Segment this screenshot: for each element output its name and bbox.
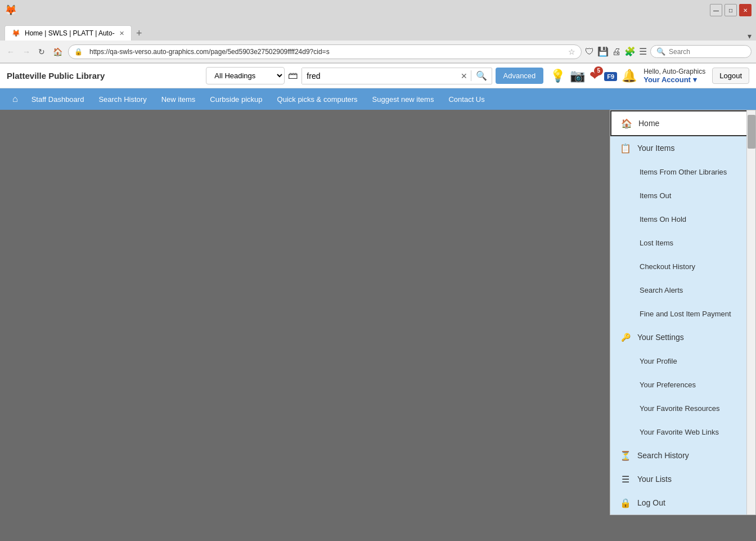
menu-item-your-settings[interactable]: 🔑 Your Settings	[610, 325, 755, 349]
browser-search-input[interactable]	[669, 48, 736, 56]
menu-item-items-on-hold[interactable]: Items On Hold	[610, 207, 755, 231]
menu-item-your-profile[interactable]: Your Profile	[610, 349, 755, 373]
menu-your-profile-label: Your Profile	[640, 357, 677, 365]
menu-item-checkout-history[interactable]: Checkout History	[610, 254, 755, 278]
heading-select[interactable]: All Headings	[206, 67, 285, 84]
firefox-icon: 🦊	[4, 4, 17, 16]
menu-home-label: Home	[638, 119, 659, 128]
save-icon[interactable]: 💾	[597, 46, 609, 57]
heart-badge: 5	[594, 66, 603, 75]
lightbulb-icon[interactable]: 💡	[550, 69, 565, 83]
print-icon[interactable]: 🖨	[612, 47, 621, 57]
maximize-button[interactable]: □	[724, 4, 737, 16]
search-addr-icon: 🔍	[656, 47, 665, 56]
spacer-icon-6	[622, 284, 634, 296]
menu-item-search-history[interactable]: ⏳ Search History	[610, 444, 755, 467]
tab-title: Home | SWLS | PLATT | Auto-G...	[25, 29, 115, 37]
menu-your-settings-label: Your Settings	[637, 333, 684, 342]
menu-lost-items-label: Lost Items	[640, 239, 673, 247]
nav-search-history[interactable]: Search History	[92, 91, 153, 108]
spacer-icon-11	[622, 426, 634, 438]
account-section[interactable]: Hello, Auto-Graphics Your Account ▾	[644, 68, 705, 84]
menu-your-favorite-web-links-label: Your Favorite Web Links	[640, 428, 719, 436]
wishlist-icon-wrapper[interactable]: ❤ 5	[590, 69, 600, 83]
menu-item-your-items[interactable]: 📋 Your Items	[610, 136, 755, 160]
advanced-search-button[interactable]: Advanced	[496, 68, 544, 84]
clear-search-button[interactable]: ✕	[457, 71, 471, 81]
new-tab-button[interactable]: +	[132, 26, 147, 41]
lock-menu-icon: 🔒	[619, 497, 632, 509]
menu-log-out-label: Log Out	[637, 498, 665, 507]
close-button[interactable]: ✕	[739, 4, 752, 16]
nav-staff-dashboard[interactable]: Staff Dashboard	[25, 91, 91, 108]
menu-item-your-preferences[interactable]: Your Preferences	[610, 373, 755, 396]
menu-items-out-label: Items Out	[640, 191, 671, 200]
home-menu-icon: 🏠	[620, 117, 633, 129]
refresh-button[interactable]: ↻	[36, 46, 47, 57]
scrollbar-thumb[interactable]	[748, 115, 755, 149]
nav-suggest-items[interactable]: Suggest new items	[366, 91, 441, 108]
menu-your-lists-label: Your Lists	[637, 475, 672, 484]
spacer-icon-7	[622, 307, 634, 320]
menu-checkout-history-label: Checkout History	[640, 262, 695, 271]
menu-icon[interactable]: ☰	[639, 46, 647, 57]
nav-new-items[interactable]: New items	[155, 91, 202, 108]
tab-close-icon[interactable]: ✕	[119, 30, 124, 37]
spacer-icon-1	[622, 166, 634, 178]
menu-item-fine-payment[interactable]: Fine and Lost Item Payment	[610, 302, 755, 325]
menu-item-log-out[interactable]: 🔒 Log Out	[610, 491, 755, 515]
f9-badge: F9	[604, 72, 617, 81]
menu-item-items-out[interactable]: Items Out	[610, 184, 755, 207]
home-nav-button[interactable]: 🏠	[51, 46, 65, 57]
nav-contact-us[interactable]: Contact Us	[442, 91, 491, 108]
tab-favicon: 🦊	[12, 29, 20, 37]
account-greeting: Hello, Auto-Graphics	[644, 68, 705, 75]
tab-dropdown-icon[interactable]: ▾	[748, 32, 752, 41]
camera-icon: 📷	[570, 69, 585, 83]
f9-badge-wrapper[interactable]: F9	[604, 71, 617, 81]
lock-icon: 🔒	[74, 48, 83, 56]
menu-search-alerts-label: Search Alerts	[640, 286, 683, 294]
spacer-icon-8	[622, 355, 634, 367]
menu-item-home[interactable]: 🏠 Home	[610, 110, 755, 136]
shield-icon[interactable]: 🛡	[585, 47, 594, 57]
logout-button[interactable]: Logout	[712, 68, 749, 84]
nav-quick-picks[interactable]: Quick picks & computers	[271, 91, 364, 108]
spacer-icon-3	[622, 213, 634, 225]
address-url[interactable]: https://qa-swls-verso.auto-graphics.com/…	[86, 48, 565, 56]
spacer-icon-9	[622, 378, 634, 391]
your-items-icon: 📋	[619, 142, 632, 154]
library-name: Platteville Public Library	[7, 71, 105, 81]
menu-item-your-lists[interactable]: ☰ Your Lists	[610, 467, 755, 491]
bookmark-icon[interactable]: ☆	[568, 47, 575, 56]
menu-item-your-favorite-web-links[interactable]: Your Favorite Web Links	[610, 420, 755, 444]
menu-item-items-from-other[interactable]: Items From Other Libraries	[610, 160, 755, 184]
search-input[interactable]	[302, 68, 457, 84]
search-button[interactable]: 🔍	[471, 70, 492, 81]
menu-items-from-other-label: Items From Other Libraries	[640, 168, 727, 176]
menu-your-preferences-label: Your Preferences	[640, 381, 696, 389]
database-icon[interactable]: 🗃	[288, 70, 298, 82]
scrollbar-track[interactable]	[746, 110, 755, 515]
spacer-icon-2	[622, 189, 634, 202]
bell-icon[interactable]: 🔔	[622, 69, 637, 83]
browser-tab[interactable]: 🦊 Home | SWLS | PLATT | Auto-G... ✕	[4, 25, 132, 41]
menu-item-search-alerts[interactable]: Search Alerts	[610, 278, 755, 302]
extensions-icon[interactable]: 🧩	[624, 46, 636, 57]
forward-button[interactable]: →	[20, 46, 33, 57]
account-dropdown-menu: 🏠 Home 📋 Your Items Items From Other Lib…	[610, 110, 756, 515]
nav-curbside-pickup[interactable]: Curbside pickup	[203, 91, 269, 108]
menu-item-lost-items[interactable]: Lost Items	[610, 231, 755, 254]
menu-your-favorite-resources-label: Your Favorite Resources	[640, 404, 720, 413]
camera-icon-wrapper[interactable]: 📷	[570, 69, 585, 83]
back-button[interactable]: ←	[4, 46, 17, 57]
menu-items-on-hold-label: Items On Hold	[640, 215, 686, 223]
hourglass-icon: ⏳	[619, 449, 632, 462]
spacer-icon-4	[622, 236, 634, 249]
menu-item-your-favorite-resources[interactable]: Your Favorite Resources	[610, 396, 755, 420]
spacer-icon-10	[622, 402, 634, 414]
nav-home[interactable]: ⌂	[7, 90, 24, 109]
minimize-button[interactable]: —	[710, 4, 722, 16]
menu-search-history-label: Search History	[637, 451, 689, 460]
menu-your-items-label: Your Items	[637, 144, 674, 153]
